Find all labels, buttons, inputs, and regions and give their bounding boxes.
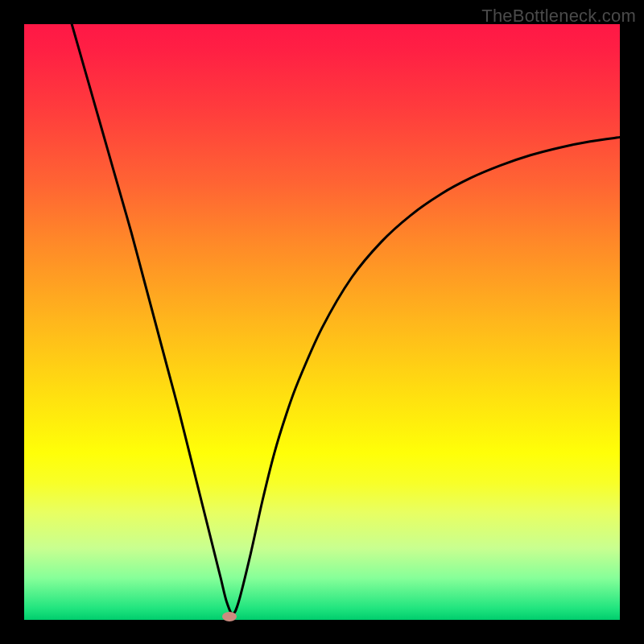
watermark-text: TheBottleneck.com [481,6,636,27]
bottleneck-curve [24,24,620,620]
minimum-marker [222,612,237,621]
chart-frame [24,24,620,620]
